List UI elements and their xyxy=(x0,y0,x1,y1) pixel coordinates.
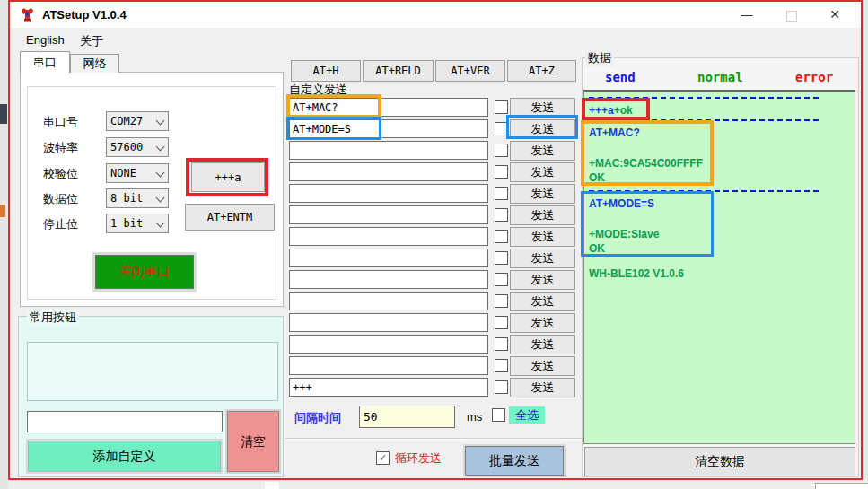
command-input[interactable] xyxy=(289,313,488,332)
command-input[interactable] xyxy=(289,227,488,246)
row-checkbox[interactable] xyxy=(495,187,508,200)
legend-normal: normal xyxy=(697,70,743,84)
row-checkbox[interactable] xyxy=(495,144,508,157)
command-input[interactable] xyxy=(289,119,488,138)
send-button[interactable]: 发送 xyxy=(510,270,575,290)
interval-input[interactable] xyxy=(359,406,455,428)
send-button[interactable]: 发送 xyxy=(510,292,575,311)
interval-label: 间隔时间 xyxy=(294,410,341,426)
send-button[interactable]: 发送 xyxy=(510,249,575,268)
log-response-text: OK xyxy=(589,170,855,185)
chevron-down-icon xyxy=(156,143,165,152)
row-checkbox[interactable] xyxy=(495,208,508,222)
chevron-down-icon xyxy=(156,169,165,178)
select-all-checkbox[interactable] xyxy=(492,408,505,422)
background-window-fragment xyxy=(265,482,279,489)
check-icon: ✓ xyxy=(379,452,387,463)
command-row: 发送 xyxy=(289,356,578,378)
log-blank-line xyxy=(589,211,855,227)
interval-unit: ms xyxy=(467,410,482,424)
menu-english[interactable]: English xyxy=(21,31,70,48)
command-input[interactable] xyxy=(289,292,488,310)
chevron-down-icon xyxy=(156,117,165,126)
command-input[interactable] xyxy=(289,205,488,224)
log-response-text: +ok xyxy=(614,104,633,117)
maximize-button[interactable] xyxy=(776,2,807,28)
tab-network[interactable]: 网络 xyxy=(70,54,119,73)
row-checkbox[interactable] xyxy=(495,316,508,329)
command-input[interactable] xyxy=(289,141,488,160)
row-checkbox[interactable] xyxy=(495,273,508,286)
command-row: 发送 xyxy=(289,119,578,141)
stopbits-select[interactable]: 1 bit xyxy=(106,214,169,233)
clear-data-button[interactable]: 清空数据 xyxy=(584,447,855,476)
command-row: 发送 xyxy=(289,227,578,249)
command-input[interactable] xyxy=(289,378,488,397)
send-button[interactable]: 发送 xyxy=(510,335,575,354)
batch-send-button[interactable]: 批量发送 xyxy=(465,446,564,476)
row-checkbox[interactable] xyxy=(495,359,508,372)
send-button[interactable]: 发送 xyxy=(510,356,575,376)
custom-name-input[interactable] xyxy=(27,411,223,432)
legend-error: error xyxy=(795,70,833,84)
baud-value: 57600 xyxy=(110,141,143,153)
desktop-edge xyxy=(0,0,8,489)
at-z-button[interactable]: AT+Z xyxy=(507,60,576,82)
row-checkbox[interactable] xyxy=(495,251,508,265)
at-h-button[interactable]: AT+H xyxy=(291,60,361,82)
entm-command-button[interactable]: AT+ENTM xyxy=(185,204,275,231)
clear-common-button[interactable]: 清空 xyxy=(227,411,279,472)
background-window-edge xyxy=(8,480,868,489)
command-input[interactable] xyxy=(289,184,488,203)
menu-about[interactable]: 关于 xyxy=(75,31,109,51)
command-input[interactable] xyxy=(289,356,488,375)
send-button[interactable]: 发送 xyxy=(510,227,575,247)
send-button[interactable]: 发送 xyxy=(510,205,575,225)
escape-command-button[interactable]: +++a xyxy=(191,162,265,192)
send-button[interactable]: 发送 xyxy=(510,378,575,397)
command-row: 发送 xyxy=(289,335,578,356)
send-button[interactable]: 发送 xyxy=(510,313,575,333)
add-custom-button[interactable]: 添加自定义 xyxy=(28,441,221,472)
port-select[interactable]: COM27 xyxy=(106,111,169,131)
chevron-down-icon xyxy=(156,219,165,228)
stopbits-value: 1 bit xyxy=(110,217,143,230)
loop-send-checkbox[interactable]: ✓ xyxy=(376,451,390,465)
row-checkbox[interactable] xyxy=(495,380,508,394)
row-checkbox[interactable] xyxy=(495,100,508,114)
close-button[interactable]: ✕ xyxy=(820,2,850,28)
at-ver-button[interactable]: AT+VER xyxy=(435,60,505,82)
send-button[interactable]: 发送 xyxy=(510,184,575,204)
send-button[interactable]: 发送 xyxy=(510,162,575,182)
desktop-icon-fragment xyxy=(0,205,5,217)
baud-select[interactable]: 57600 xyxy=(106,137,169,157)
parity-select[interactable]: NONE xyxy=(106,163,169,183)
databits-select[interactable]: 8 bit xyxy=(106,188,169,208)
command-row: 发送 xyxy=(289,141,578,162)
data-log[interactable]: +++a+ok AT+MAC? +MAC:9CA54C00FFFF OK AT+… xyxy=(583,90,855,444)
row-checkbox[interactable] xyxy=(495,122,508,135)
command-row: 发送 xyxy=(289,98,578,119)
send-button[interactable]: 发送 xyxy=(510,141,575,161)
command-row: 发送 xyxy=(289,249,578,270)
command-input[interactable] xyxy=(289,335,488,354)
common-buttons-list[interactable] xyxy=(27,342,278,401)
command-row: 发送 xyxy=(289,378,578,399)
command-input[interactable] xyxy=(289,270,488,289)
command-row: 发送 xyxy=(289,184,578,205)
log-separator xyxy=(589,97,819,99)
row-checkbox[interactable] xyxy=(495,230,508,243)
tab-serial[interactable]: 串口 xyxy=(20,51,70,73)
minimize-button[interactable]: — xyxy=(732,2,762,28)
row-checkbox[interactable] xyxy=(495,337,508,351)
close-port-button[interactable]: 关闭串口 xyxy=(95,255,194,289)
divider xyxy=(285,438,582,440)
command-input[interactable] xyxy=(289,98,488,117)
row-checkbox[interactable] xyxy=(495,165,508,179)
send-button[interactable]: 发送 xyxy=(510,119,575,139)
row-checkbox[interactable] xyxy=(495,294,508,308)
send-button[interactable]: 发送 xyxy=(510,98,575,118)
command-input[interactable] xyxy=(289,162,488,181)
command-input[interactable] xyxy=(289,249,488,267)
at-reld-button[interactable]: AT+RELD xyxy=(363,60,434,82)
